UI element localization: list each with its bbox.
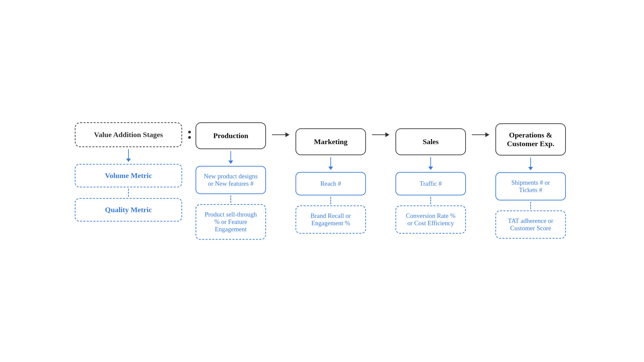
operations-header: Operations & Customer Exp.: [495, 123, 566, 156]
value-addition-label: Value Addition Stages: [94, 130, 163, 139]
sales-arrow-head: [428, 167, 433, 170]
production-arrow-line: [230, 151, 231, 161]
operations-quality-label: TAT adherence or Customer Score: [503, 217, 558, 232]
operations-arrow-line: [530, 158, 531, 167]
arrow-head-1: [126, 159, 131, 162]
production-quality-label: Product sell-through % or Feature Engage…: [203, 211, 259, 233]
production-quality-box: Product sell-through % or Feature Engage…: [196, 204, 266, 240]
marketing-volume-label: Reach #: [320, 180, 341, 187]
operations-dashed-line: [530, 202, 531, 209]
sales-header-label: Sales: [423, 137, 439, 146]
arrow-line-operations: [472, 134, 485, 135]
marketing-header: Marketing: [296, 128, 366, 155]
marketing-quality-label: Brand Recall or Engagement %: [303, 212, 359, 227]
bullet-dot-2: [188, 136, 191, 139]
left-arrow-down-1: [126, 149, 131, 162]
bullet-dot-1: [188, 131, 191, 133]
stage-sales: Sales Traffic # Conversion Rate % or Cos…: [392, 128, 469, 234]
left-column: Value Addition Stages Volume Metric Qual…: [75, 122, 182, 222]
bullet-dots: [188, 131, 191, 139]
arrow-head-marketing: [285, 132, 289, 137]
production-header: Production: [196, 122, 266, 149]
production-header-label: Production: [213, 131, 249, 140]
diagram-inner: Value Addition Stages Volume Metric Qual…: [75, 122, 569, 240]
marketing-quality-box: Brand Recall or Engagement %: [296, 205, 366, 234]
marketing-arrow-down: [328, 157, 333, 170]
arrow-line-marketing: [272, 134, 285, 135]
operations-quality-box: TAT adherence or Customer Score: [495, 210, 566, 239]
sales-dashed-line: [430, 197, 431, 204]
marketing-volume-box: Reach #: [296, 172, 366, 195]
sales-arrow-down: [428, 157, 433, 170]
stage-marketing: Marketing Reach # Brand Recall or Engage…: [292, 128, 369, 234]
arrow-line-sales: [372, 134, 385, 135]
production-arrow-head: [228, 161, 233, 164]
operations-arrow-down: [528, 158, 533, 170]
stage-production: Production New product designs or New fe…: [192, 122, 269, 240]
production-dashed-line: [230, 195, 231, 203]
operations-arrow-head: [528, 167, 533, 170]
production-volume-box: New product designs or New features #: [196, 166, 266, 194]
volume-metric-label: Volume Metric: [105, 171, 152, 180]
sales-arrow-line: [430, 157, 431, 167]
arrow-head-sales: [385, 132, 389, 137]
sales-quality-box: Conversion Rate % or Cost Efficiency: [395, 205, 466, 234]
operations-volume-box: Shipments # or Tickets #: [495, 172, 566, 200]
production-volume-label: New product designs or New features #: [203, 173, 259, 187]
arrow-line-v-1: [128, 149, 129, 159]
sales-header: Sales: [395, 128, 466, 155]
operations-volume-label: Shipments # or Tickets #: [503, 179, 558, 194]
quality-metric-label: Quality Metric: [105, 205, 152, 214]
sales-quality-label: Conversion Rate % or Cost Efficiency: [403, 212, 459, 227]
arrow-to-marketing: [272, 132, 289, 137]
marketing-header-label: Marketing: [314, 137, 347, 146]
production-arrow-down: [228, 151, 233, 164]
sales-volume-label: Traffic #: [420, 180, 442, 187]
value-addition-box: Value Addition Stages: [75, 122, 182, 147]
dashed-separator: [128, 189, 129, 197]
marketing-arrow-head: [328, 167, 333, 170]
volume-metric-box: Volume Metric: [75, 164, 182, 187]
marketing-dashed-line: [330, 197, 331, 204]
operations-header-label: Operations & Customer Exp.: [504, 131, 557, 148]
quality-metric-box: Quality Metric: [75, 198, 182, 222]
diagram-container: Value Addition Stages Volume Metric Qual…: [0, 0, 644, 362]
stage-operations: Operations & Customer Exp. Shipments # o…: [492, 123, 569, 239]
flow-wrapper: Production New product designs or New fe…: [192, 122, 569, 240]
arrow-head-operations: [485, 132, 489, 137]
marketing-arrow-line: [330, 157, 331, 167]
arrow-to-operations: [472, 132, 489, 137]
sales-volume-box: Traffic #: [395, 172, 466, 195]
arrow-to-sales: [372, 132, 389, 137]
